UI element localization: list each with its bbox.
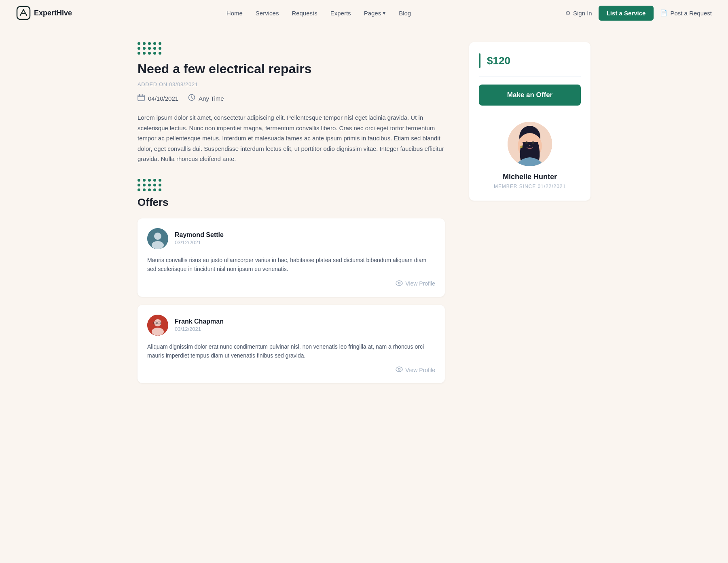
right-column: $120 Make an Offer: [469, 42, 590, 391]
left-column: Need a few electrical repairs ADDED ON 0…: [138, 42, 445, 391]
clock-icon: [188, 94, 195, 103]
offer-date: 03/12/2021: [175, 239, 224, 246]
eye-icon: [396, 366, 403, 373]
calendar-icon: [138, 94, 145, 103]
brand-logo-icon: [16, 6, 31, 20]
make-offer-button[interactable]: Make an Offer: [479, 85, 581, 106]
price-row: $120: [479, 53, 581, 68]
nav-home[interactable]: Home: [226, 10, 243, 17]
svg-point-23: [520, 146, 523, 148]
avatar: [147, 315, 168, 336]
nav-services[interactable]: Services: [256, 10, 279, 17]
listing-time: Any Time: [188, 94, 224, 103]
nav-pages[interactable]: Pages ▾: [364, 9, 386, 17]
offer-text: Aliquam dignissim dolor erat nunc condim…: [147, 342, 435, 360]
offer-header: Frank Chapman 03/12/2021: [147, 315, 435, 336]
post-request-button[interactable]: 📄 Post a Request: [660, 9, 712, 17]
offer-text: Mauris convallis risus eu justo ullamcor…: [147, 256, 435, 274]
main-content: Need a few electrical repairs ADDED ON 0…: [121, 26, 607, 407]
offer-date: 03/12/2021: [175, 326, 224, 332]
eye-icon: [396, 280, 403, 287]
svg-point-21: [532, 142, 534, 144]
profile-section: Michelle Hunter MEMBER SINCE 01/22/2021: [479, 119, 581, 189]
added-on-label: ADDED ON 03/08/2021: [138, 81, 445, 87]
user-circle-icon: ⊙: [565, 9, 571, 17]
offer-card: Frank Chapman 03/12/2021 Aliquam digniss…: [138, 305, 445, 383]
chevron-down-icon: ▾: [383, 9, 386, 17]
offers-section-title: Offers: [138, 196, 445, 209]
profile-avatar-img: [508, 122, 552, 166]
listing-title: Need a few electrical repairs: [138, 61, 445, 76]
logo-area: ExpertHive: [16, 6, 72, 20]
svg-point-7: [398, 282, 400, 284]
offer-header: Raymond Settle 03/12/2021: [147, 228, 435, 249]
price-card: $120 Make an Offer: [469, 42, 590, 201]
svg-point-15: [398, 368, 400, 370]
nav-blog[interactable]: Blog: [399, 10, 411, 17]
navbar: ExpertHive Home Services Requests Expert…: [0, 0, 728, 26]
view-profile-button[interactable]: View Profile: [396, 280, 435, 287]
svg-rect-1: [138, 95, 144, 101]
svg-point-5: [152, 241, 164, 249]
member-since-label: MEMBER SINCE 01/22/2021: [494, 184, 566, 189]
profile-avatar: [508, 122, 552, 166]
offer-user-name: Raymond Settle: [175, 231, 224, 239]
offer-user-name: Frank Chapman: [175, 318, 224, 325]
listing-date: 04/10/2021: [138, 94, 178, 103]
offer-user-info: Frank Chapman 03/12/2021: [175, 318, 224, 332]
nav-requests[interactable]: Requests: [292, 10, 317, 17]
nav-actions: ⊙ Sign In List a Service 📄 Post a Reques…: [565, 6, 712, 21]
list-service-button[interactable]: List a Service: [599, 6, 654, 21]
offer-footer: View Profile: [147, 280, 435, 287]
avatar: [147, 228, 168, 249]
offer-footer: View Profile: [147, 366, 435, 373]
document-icon: 📄: [660, 9, 668, 17]
svg-point-6: [396, 281, 402, 286]
price-bar-accent: [479, 53, 480, 68]
offer-user-info: Raymond Settle 03/12/2021: [175, 231, 224, 246]
dot-decoration-offers: [138, 179, 445, 191]
offer-card: Raymond Settle 03/12/2021 Mauris convall…: [138, 218, 445, 297]
nav-links: Home Services Requests Experts Pages ▾ B…: [226, 9, 411, 17]
listing-meta: 04/10/2021 Any Time: [138, 94, 445, 103]
dot-decoration-top: [138, 42, 445, 55]
svg-point-14: [396, 367, 402, 372]
card-divider: [479, 76, 581, 76]
svg-point-10: [152, 328, 164, 336]
svg-point-4: [154, 233, 161, 240]
listing-description: Lorem ipsum dolor sit amet, consectetur …: [138, 112, 445, 164]
sign-in-button[interactable]: ⊙ Sign In: [565, 9, 592, 17]
svg-point-20: [525, 142, 528, 144]
profile-name: Michelle Hunter: [503, 173, 557, 181]
price-amount: $120: [487, 55, 510, 67]
nav-experts[interactable]: Experts: [330, 10, 351, 17]
view-profile-button[interactable]: View Profile: [396, 366, 435, 373]
brand-name: ExpertHive: [34, 9, 72, 17]
